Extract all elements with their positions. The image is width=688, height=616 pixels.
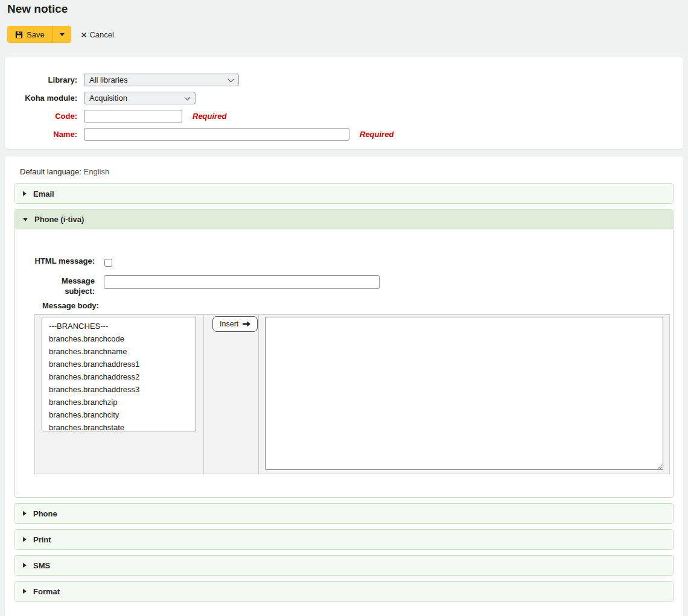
caret-down-icon	[23, 218, 28, 221]
default-language-label: Default language:	[20, 167, 81, 176]
koha-module-select-wrap: Acquisition	[84, 92, 196, 104]
cancel-label: Cancel	[89, 30, 113, 39]
caret-down-icon	[60, 33, 65, 36]
accordion-label-print: Print	[33, 535, 51, 544]
accordion-header-phone[interactable]: Phone	[15, 504, 673, 523]
cancel-link[interactable]: × Cancel	[81, 30, 114, 39]
default-language: Default language: English	[5, 167, 683, 183]
message-subject-row: Message subject:	[15, 275, 673, 296]
field-list-item[interactable]: ---BRANCHES---	[42, 320, 196, 332]
code-required-note: Required	[193, 110, 226, 121]
library-select-wrap: All libraries	[84, 74, 239, 86]
accordion-label-email: Email	[33, 189, 54, 198]
accordion-email: Email	[14, 183, 674, 204]
name-row: Name: Required	[5, 128, 683, 141]
accordion-sms: SMS	[14, 555, 674, 576]
field-list-item[interactable]: branches.branchname	[42, 345, 196, 358]
caret-right-icon	[23, 191, 27, 196]
name-input[interactable]	[84, 128, 349, 141]
save-button[interactable]: Save	[7, 26, 53, 43]
html-message-checkbox[interactable]	[104, 259, 112, 267]
save-split-button: Save	[7, 26, 71, 43]
message-subject-label: Message subject:	[40, 275, 95, 296]
accordion-phone-itiva: Phone (i-tiva) HTML message: Message sub…	[14, 209, 674, 498]
library-row: Library: All libraries	[5, 74, 683, 86]
koha-module-select[interactable]: Acquisition	[84, 92, 196, 104]
message-body-textarea[interactable]	[265, 317, 663, 470]
code-row: Code: Required	[5, 110, 683, 122]
accordion-label-phone: Phone	[33, 509, 57, 518]
accordion-label-format: Format	[33, 587, 60, 596]
page-title: New notice	[7, 2, 681, 16]
field-list-item[interactable]: branches.branchcity	[42, 408, 196, 421]
accordion-phone: Phone	[14, 503, 674, 524]
insert-button-label: Insert	[220, 320, 238, 328]
fields-cell: ---BRANCHES---branches.branchcodebranche…	[35, 315, 203, 474]
caret-right-icon	[23, 589, 27, 594]
caret-right-icon	[23, 563, 27, 568]
koha-module-row: Koha module: Acquisition	[5, 92, 683, 104]
toolbar: Save × Cancel	[7, 26, 681, 43]
field-list-item[interactable]: branches.branchaddress3	[42, 383, 196, 396]
message-body-label: Message body:	[42, 301, 673, 310]
accordion-header-phone-itiva[interactable]: Phone (i-tiva)	[15, 210, 673, 229]
accordion-header-print[interactable]: Print	[15, 530, 673, 549]
save-button-label: Save	[27, 30, 45, 39]
notice-form-card: Library: All libraries Koha module: Acqu…	[5, 57, 683, 149]
accordion-label-sms: SMS	[33, 561, 50, 570]
field-list-item[interactable]: branches.branchstate	[42, 421, 196, 431]
html-message-row: HTML message:	[15, 256, 673, 267]
close-x-icon: ×	[81, 30, 87, 39]
message-body-table: ---BRANCHES---branches.branchcodebranche…	[34, 314, 670, 474]
notice-sections-card: Default language: English Email Phone (i…	[5, 156, 683, 616]
html-message-label: HTML message:	[15, 256, 95, 265]
accordion-print: Print	[14, 529, 674, 550]
field-list-item[interactable]: branches.branchcode	[42, 332, 196, 345]
library-select[interactable]: All libraries	[84, 74, 239, 86]
library-label: Library:	[5, 74, 84, 84]
koha-module-label: Koha module:	[5, 92, 84, 103]
phone-itiva-panel: HTML message: Message subject: Message b…	[15, 229, 673, 497]
name-label: Name:	[5, 128, 84, 139]
accordion-header-email[interactable]: Email	[15, 184, 673, 203]
field-list-item[interactable]: branches.branchaddress1	[42, 358, 196, 370]
accordion-format: Format	[14, 581, 674, 602]
code-label: Code:	[5, 110, 84, 121]
insert-button[interactable]: Insert	[212, 316, 258, 332]
save-dropdown-toggle[interactable]	[53, 26, 71, 43]
field-list-item[interactable]: branches.branchzip	[42, 396, 196, 408]
arrow-right-icon	[243, 321, 250, 327]
default-language-value: English	[84, 167, 110, 176]
insert-cell: Insert	[203, 315, 258, 474]
caret-right-icon	[23, 511, 27, 516]
message-fields-listbox[interactable]: ---BRANCHES---branches.branchcodebranche…	[42, 317, 196, 431]
message-subject-input[interactable]	[104, 275, 380, 289]
accordion-header-format[interactable]: Format	[15, 582, 673, 601]
editor-cell	[258, 315, 669, 474]
accordion-label-phone-itiva: Phone (i-tiva)	[34, 215, 84, 224]
field-list-item[interactable]: branches.branchaddress2	[42, 370, 196, 383]
caret-right-icon	[23, 537, 27, 542]
floppy-disk-icon	[15, 31, 23, 39]
name-required-note: Required	[360, 128, 393, 139]
accordion-header-sms[interactable]: SMS	[15, 556, 673, 575]
code-input[interactable]	[84, 110, 182, 122]
page-header: New notice Save × Cancel	[0, 0, 688, 43]
